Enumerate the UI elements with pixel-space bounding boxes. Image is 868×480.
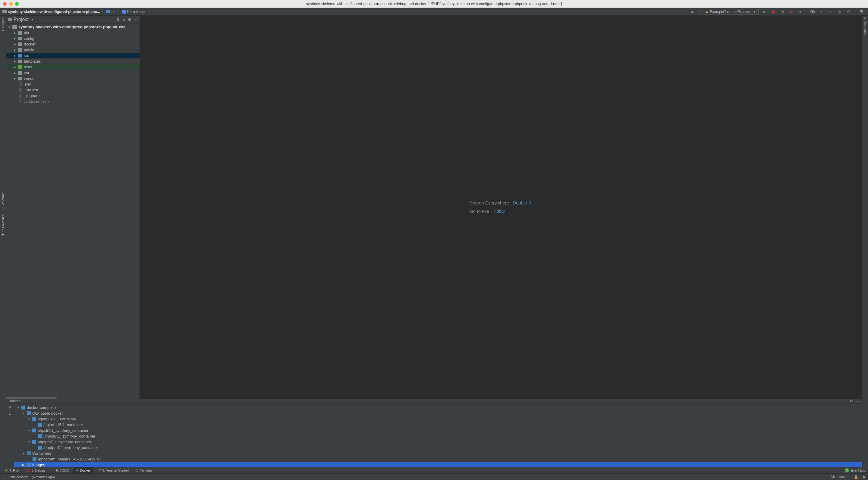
tree-folder-var[interactable]: ▶var	[6, 70, 140, 76]
window-title: symfony-skeleton-with-configured-phpstor…	[306, 2, 562, 6]
expand-arrow-icon: ▶	[13, 54, 16, 57]
readonly-toggle[interactable]: 🔒	[854, 475, 858, 479]
container-label: /phpstorm_helpers_PS-183.5429.47	[38, 457, 101, 461]
hint-gotofile-key: ⇧⌘O	[493, 209, 505, 214]
titlebar: symfony-skeleton-with-configured-phpstor…	[0, 0, 868, 8]
settings-button[interactable]: ⚙	[128, 17, 131, 22]
container-icon	[38, 446, 42, 450]
tree-root-label: symfony-skeleton-with-configured-phpstor…	[19, 25, 125, 29]
refresh-button[interactable]: ⟳	[8, 405, 11, 410]
tree-folder-docker[interactable]: ▶docker	[6, 41, 140, 47]
tree-folder-config[interactable]: ▶config	[6, 36, 140, 41]
favorites-tool-tab[interactable]: ★ 2: Favorites	[1, 214, 5, 237]
docker-settings-button[interactable]: ⚙	[849, 399, 853, 403]
docker-tree[interactable]: ▼docker-compose ▼Compose: docker ▼nginx1…	[14, 404, 862, 468]
docker-compose[interactable]: ▼Compose: docker	[14, 410, 862, 416]
terminal-tab[interactable]: ▢Terminal	[132, 467, 156, 473]
tree-file-composer[interactable]: composer.json	[6, 99, 140, 104]
breadcrumb: symfony-skeleton-with-configured-phpstor…	[0, 9, 145, 14]
docker-container-phpcli[interactable]: /phpcli7.1_symfony_container	[14, 433, 862, 439]
tree-file-gitignore[interactable]: .gitignore	[6, 93, 140, 99]
project-panel: Project ▼ ⊕ ⇲ ⚙ — ▼ symfony-	[6, 16, 140, 399]
history-button[interactable]: ◷	[836, 8, 843, 15]
docker-tab[interactable]: ◆Docker	[73, 467, 93, 473]
tree-file-envtest[interactable]: .env.test	[6, 87, 140, 93]
run-button[interactable]: ▶	[761, 8, 768, 15]
git-branch-selector[interactable]: Git: master ⌃	[831, 475, 850, 479]
folder-icon	[18, 54, 22, 58]
database-tab-label: Database	[864, 21, 867, 35]
bottom-tool-window-bar: ▶4: Run 🐞5: Debug ☰6: TODO ◆Docker ⎇9: V…	[0, 467, 868, 473]
todo-tab[interactable]: ☰6: TODO	[49, 467, 72, 473]
breadcrumb-file[interactable]: Kernel.php	[122, 10, 145, 14]
debug-button[interactable]: 🐞	[770, 8, 777, 15]
breadcrumb-root[interactable]: symfony-skeleton-with-configured-phpstor…	[2, 10, 100, 14]
horizontal-scrollbar[interactable]	[6, 397, 57, 399]
tree-folder-public[interactable]: ▶public	[6, 47, 140, 53]
hector-icon[interactable]: ☻	[862, 475, 866, 479]
maximize-window-button[interactable]	[15, 2, 19, 6]
docker-service-phpcli[interactable]: ▼phpcli7.1_symfony_container	[14, 427, 862, 433]
tree-folder-bin[interactable]: ▶bin	[6, 30, 140, 36]
structure-tool-tab[interactable]: 7: Structure	[1, 193, 5, 210]
expand-arrow-icon: ▼	[22, 452, 25, 455]
project-tree[interactable]: ▼ symfony-skeleton-with-configured-phpst…	[6, 24, 140, 399]
hide-panel-button[interactable]: —	[856, 399, 860, 403]
folder-label: tests	[24, 65, 32, 69]
expand-arrow-icon: ▶	[13, 71, 16, 74]
folder-icon	[18, 37, 22, 40]
revert-button[interactable]: ↶	[845, 8, 852, 15]
commit-button[interactable]: ✓	[827, 8, 834, 15]
toggle-windowed-button[interactable]: ▭	[689, 8, 696, 15]
minimize-window-button[interactable]	[9, 2, 13, 6]
tree-folder-vendor[interactable]: ▶vendor	[6, 76, 140, 81]
docker-container-nginx[interactable]: /nginx1.15.1_container	[14, 422, 862, 427]
docker-container-phpfpm[interactable]: /phpfpm7.1_symfony_container	[14, 445, 862, 450]
vcs-tab[interactable]: ⎇9: Version Control	[94, 467, 132, 473]
file-label: composer.json	[24, 99, 49, 104]
breadcrumb-src[interactable]: src	[106, 10, 116, 14]
folder-icon	[18, 31, 22, 35]
stop-button[interactable]: ■	[797, 8, 804, 15]
docker-root[interactable]: ▼docker-compose	[14, 405, 862, 410]
database-tool-tab[interactable]: ≡ Database	[864, 18, 867, 35]
collapse-all-button[interactable]: ⇲	[122, 17, 125, 22]
docker-container-helpers[interactable]: /phpstorm_helpers_PS-183.5429.47	[14, 456, 862, 462]
filter-button[interactable]: ▾	[9, 413, 11, 417]
search-button[interactable]: 🔍	[858, 8, 866, 15]
docker-service-phpfpm[interactable]: ▼phpfpm7.1_symfony_container	[14, 439, 862, 445]
hint-search-key: Double ⇧	[513, 200, 532, 205]
profile-button[interactable]: ⧉	[787, 8, 795, 15]
tree-folder-templates[interactable]: ▶templates	[6, 59, 140, 64]
run-tab[interactable]: ▶4: Run	[2, 467, 22, 473]
folder-icon	[12, 25, 17, 29]
locate-button[interactable]: ⊕	[116, 17, 120, 22]
chevron-right-icon: 〉	[101, 9, 105, 14]
chevron-right-icon: 〉	[118, 9, 121, 14]
docker-icon: ◆	[76, 468, 79, 472]
event-log-tab[interactable]: 2 Event Log	[842, 468, 866, 473]
tree-folder-tests[interactable]: ▶tests	[6, 64, 140, 70]
docker-service-nginx[interactable]: ▼nginx1.15.1_container	[14, 416, 862, 422]
tree-folder-src[interactable]: ▶src	[6, 53, 140, 59]
expand-arrow-icon: ▼	[22, 412, 25, 415]
folder-icon	[18, 65, 22, 69]
hide-panel-button[interactable]: —	[134, 17, 138, 22]
debug-tab[interactable]: 🐞5: Debug	[23, 467, 48, 473]
close-window-button[interactable]	[3, 2, 7, 6]
status-tests-label: Tests passed: 1 (6 minutes ago)	[8, 475, 55, 479]
service-icon	[32, 417, 36, 421]
update-project-button[interactable]: ✓	[818, 8, 825, 15]
tree-root[interactable]: ▼ symfony-skeleton-with-configured-phpst…	[6, 24, 140, 30]
container-label: /phpcli7.1_symfony_container	[43, 434, 95, 439]
breadcrumb-file-label: Kernel.php	[127, 10, 145, 14]
folder-icon	[18, 48, 22, 52]
docker-tab-label: Docker	[80, 469, 90, 472]
containers-icon	[27, 451, 31, 455]
run-configuration-selector[interactable]: ⬙ ExampleTest.testExample ▼	[703, 9, 758, 15]
window-controls	[0, 2, 19, 6]
project-tool-tab[interactable]: 1: Project	[1, 18, 5, 31]
tree-file-env[interactable]: .env	[6, 81, 140, 87]
coverage-button[interactable]: ◔	[778, 8, 786, 15]
docker-containers[interactable]: ▼Containers	[14, 450, 862, 456]
